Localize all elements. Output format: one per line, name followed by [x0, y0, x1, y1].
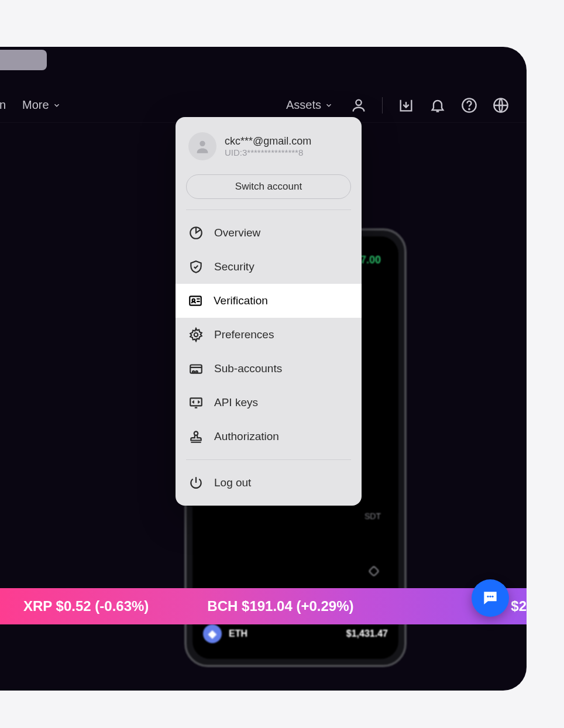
- svg-point-8: [192, 299, 195, 301]
- switch-account-button[interactable]: Switch account: [186, 174, 351, 199]
- svg-point-11: [192, 371, 194, 373]
- menu-item-overview[interactable]: Overview: [176, 216, 362, 250]
- svg-point-2: [469, 108, 469, 109]
- menu-item-label: Verification: [214, 294, 268, 307]
- nav-item-learn[interactable]: earn: [0, 98, 6, 112]
- user-icon[interactable]: [350, 97, 367, 114]
- account-dropdown: ckc***@gmail.com UID:3***************8 S…: [176, 117, 362, 506]
- shield-icon: [188, 259, 204, 274]
- menu-item-label: Authorization: [214, 430, 279, 443]
- svg-point-12: [195, 371, 197, 373]
- menu-item-preferences[interactable]: Preferences: [176, 318, 362, 352]
- stamp-icon: [188, 429, 204, 444]
- svg-point-5: [200, 141, 205, 146]
- menu-item-verification[interactable]: Verification: [176, 284, 362, 318]
- nav-label-more: More: [22, 98, 49, 112]
- user-uid: UID:3***************8: [225, 147, 311, 157]
- menu-item-security[interactable]: Security: [176, 250, 362, 284]
- menu-item-authorization[interactable]: Authorization: [176, 420, 362, 454]
- menu-item-label: Security: [214, 260, 255, 273]
- coin-price: $1,431.47: [346, 629, 388, 639]
- svg-point-17: [491, 596, 493, 597]
- menu-item-apikeys[interactable]: API keys: [176, 386, 362, 420]
- id-card-icon: [188, 293, 203, 308]
- pie-icon: [188, 225, 204, 241]
- divider: [186, 210, 351, 210]
- ticker-change: (+0.29%): [296, 598, 353, 614]
- svg-point-15: [487, 596, 489, 597]
- globe-icon[interactable]: [493, 97, 509, 114]
- ticker-item: BCH $191.04 (+0.29%): [207, 598, 353, 614]
- wallet-icon: [188, 361, 204, 376]
- ticker-item: XRP $0.52 (-0.63%): [23, 598, 149, 614]
- account-header: ckc***@gmail.com UID:3***************8: [176, 129, 362, 171]
- price-ticker: XRP $0.52 (-0.63%) BCH $191.04 (+0.29%) …: [0, 588, 527, 624]
- divider: [186, 459, 351, 460]
- gear-icon: [188, 327, 204, 342]
- ticker-symbol: XRP: [23, 598, 52, 614]
- nav-label-learn: earn: [0, 98, 6, 112]
- menu-item-logout[interactable]: Log out: [176, 466, 362, 500]
- svg-rect-4: [369, 566, 379, 576]
- menu-item-label: Preferences: [214, 328, 274, 341]
- menu-item-label: Sub-accounts: [214, 362, 282, 375]
- svg-point-16: [489, 596, 491, 597]
- menu-item-label: Overview: [214, 226, 260, 239]
- titlebar-chip: [0, 50, 47, 70]
- ticker-price: $191.04: [242, 598, 293, 614]
- download-icon[interactable]: [398, 97, 414, 114]
- chevron-down-icon: [325, 101, 333, 109]
- nav-item-assets[interactable]: Assets: [286, 98, 333, 112]
- phone-currency-suffix: SDT: [364, 511, 381, 521]
- menu-item-label: API keys: [214, 396, 258, 409]
- phone-balance-change: 7.00: [360, 254, 381, 266]
- ticker-price: $0.52: [56, 598, 91, 614]
- user-email: ckc***@gmail.com: [225, 135, 311, 147]
- svg-point-0: [356, 99, 361, 105]
- svg-point-14: [194, 431, 198, 435]
- help-icon[interactable]: [461, 97, 477, 114]
- chat-icon: [481, 589, 500, 607]
- user-icon: [194, 138, 211, 154]
- ticker-change: (-0.63%): [95, 598, 149, 614]
- chevron-down-icon: [53, 101, 61, 109]
- rotate-icon: [367, 564, 381, 578]
- nav-item-more[interactable]: More: [22, 98, 61, 112]
- code-icon: [188, 395, 204, 410]
- svg-point-9: [194, 333, 198, 337]
- coin-symbol: ETH: [229, 629, 247, 639]
- ticker-symbol: BCH: [207, 598, 238, 614]
- ticker-price: $2: [511, 598, 527, 614]
- menu-item-label: Log out: [214, 476, 251, 489]
- avatar: [188, 132, 216, 160]
- power-icon: [188, 475, 204, 490]
- chat-button[interactable]: [472, 579, 509, 617]
- nav-label-assets: Assets: [286, 98, 321, 112]
- eth-icon: ◆: [203, 624, 222, 643]
- bell-icon[interactable]: [429, 97, 446, 114]
- menu-item-subaccounts[interactable]: Sub-accounts: [176, 352, 362, 386]
- nav-divider: [382, 97, 383, 114]
